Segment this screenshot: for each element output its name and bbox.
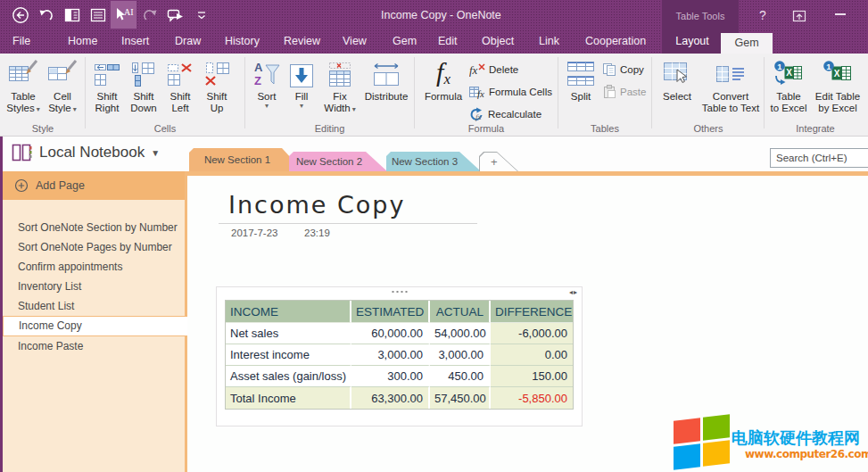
shift-right-button[interactable]: Shift Right	[89, 55, 125, 114]
cell-value[interactable]: 3,000.00	[351, 344, 430, 366]
cell-value[interactable]: 300.00	[351, 366, 430, 387]
recalculate-button[interactable]: fx Recalculate	[469, 105, 541, 123]
copy-button[interactable]: Copy	[602, 61, 644, 79]
tab-edit[interactable]: Edit	[438, 29, 458, 54]
ribbon-display-options-button[interactable]	[792, 10, 806, 22]
cell-value[interactable]: 450.00	[430, 366, 491, 387]
page-time: 23:19	[304, 228, 330, 238]
formula-button[interactable]: fx Formula	[421, 55, 466, 103]
cell-value[interactable]: 60,000.00	[351, 323, 430, 344]
cell-value[interactable]: -6,000.00	[491, 323, 573, 344]
table-row: Interest income 3,000.00 3,000.00 0.00	[226, 344, 573, 366]
shift-up-button[interactable]: Shift Up	[199, 55, 235, 114]
cell-value-negative[interactable]: -5,850.00	[491, 387, 573, 409]
table-hscroll-icon[interactable]: ◂▸	[569, 288, 578, 296]
tab-insert[interactable]: Insert	[121, 29, 149, 54]
add-section-tab[interactable]: +	[479, 152, 518, 171]
convert-table-to-text-icon	[699, 55, 762, 91]
cell-label[interactable]: Total Income	[226, 387, 351, 409]
tab-draw[interactable]: Draw	[175, 29, 201, 54]
cell-value[interactable]: 57,450.00	[430, 387, 491, 409]
cell-value[interactable]: 150.00	[491, 366, 573, 387]
select-button[interactable]: Select	[657, 55, 698, 103]
shift-down-button[interactable]: Shift Down	[126, 55, 161, 114]
sort-button[interactable]: AZ Sort ▾	[250, 55, 284, 110]
svg-text:fx: fx	[475, 112, 482, 121]
cell-value[interactable]: 54,000.00	[430, 323, 491, 344]
add-page-button[interactable]: Add Page	[3, 171, 185, 200]
convert-table-to-text-button[interactable]: Convert Table to Text	[699, 55, 762, 114]
ribbon-group-tables: Split Copy Paste Tables	[559, 54, 650, 136]
tab-review[interactable]: Review	[284, 29, 320, 54]
header-estimated[interactable]: ESTIMATED	[351, 301, 430, 323]
split-button[interactable]: Split	[563, 55, 599, 103]
header-actual[interactable]: ACTUAL	[430, 301, 491, 323]
ribbon-group-cells: Shift Right Shift Down Shift Left Shift …	[87, 54, 244, 136]
page-list: Sort OneNote Section by Number Sort OneN…	[3, 218, 185, 356]
fix-width-button[interactable]: Fix Width	[319, 55, 360, 115]
minimize-button[interactable]	[835, 13, 846, 15]
tab-gem-active[interactable]: Gem	[721, 33, 773, 54]
page-item[interactable]: Income Paste	[3, 336, 185, 356]
edit-table-by-excel-button[interactable]: X1 Edit Table by Excel	[812, 55, 864, 114]
cell-label[interactable]: Net sales	[226, 323, 351, 344]
formula-cells-button[interactable]: fx Formula Cells	[469, 83, 552, 101]
page-date: 2017-7-23	[231, 228, 277, 238]
customize-qat-button[interactable]	[188, 1, 214, 29]
table-move-handle[interactable]	[392, 291, 407, 293]
page-item[interactable]: Sort OneNote Pages by Number	[3, 237, 185, 257]
page-item-selected[interactable]: Income Copy	[3, 316, 187, 336]
table-to-excel-button[interactable]: X1 Table to Excel	[765, 55, 812, 114]
fill-button[interactable]: Fill ▾	[285, 55, 318, 110]
redo-button[interactable]	[136, 1, 162, 29]
tab-layout[interactable]: Layout	[664, 29, 721, 54]
add-section-label: +	[480, 153, 517, 171]
section-tab-1[interactable]: New Section 1	[189, 148, 303, 171]
dock-to-desktop-button[interactable]	[59, 1, 85, 29]
quick-access-toolbar: AI	[7, 1, 214, 29]
paste-button[interactable]: Paste	[602, 83, 646, 101]
page-item[interactable]: Sort OneNote Section by Number	[3, 218, 185, 237]
cell-value[interactable]: 3,000.00	[430, 344, 491, 366]
tab-file[interactable]: File	[12, 29, 30, 54]
page-item[interactable]: Confirm appointments	[3, 257, 185, 277]
delete-formula-button[interactable]: fx Delete	[469, 61, 518, 79]
page-item[interactable]: Student List	[3, 296, 185, 316]
help-button[interactable]: ?	[755, 8, 771, 22]
shift-left-button[interactable]: Shift Left	[162, 55, 198, 114]
notebook-selector[interactable]: Local Notebook ▼	[11, 143, 160, 162]
tab-view[interactable]: View	[343, 29, 367, 54]
tab-home[interactable]: Home	[68, 29, 97, 54]
header-difference[interactable]: DIFFERENCE	[491, 301, 573, 323]
section-tab-3[interactable]: New Section 3	[386, 152, 481, 171]
section-tab-2[interactable]: New Section 2	[289, 152, 387, 171]
page-item[interactable]: Inventory List	[3, 277, 185, 296]
shift-right-icon	[89, 55, 125, 91]
cell-label[interactable]: Interest income	[226, 344, 351, 366]
undo-button[interactable]	[33, 1, 59, 29]
shape-comment-button[interactable]	[162, 1, 188, 29]
cursor-ai-button[interactable]: AI	[111, 1, 136, 29]
notebook-name: Local Notebook	[39, 144, 145, 161]
tab-gem[interactable]: Gem	[393, 29, 417, 54]
back-button[interactable]	[7, 1, 33, 29]
tab-history[interactable]: History	[225, 29, 260, 54]
distribute-button[interactable]: Distribute	[360, 55, 412, 103]
cell-value[interactable]: 63,300.00	[351, 387, 430, 409]
svg-text:X: X	[834, 69, 840, 79]
header-income[interactable]: INCOME	[226, 301, 351, 323]
cell-value[interactable]: 0.00	[491, 344, 573, 366]
table-styles-icon	[4, 55, 43, 91]
tab-object[interactable]: Object	[482, 29, 514, 54]
view-list-button[interactable]	[85, 1, 111, 29]
search-input[interactable]	[770, 148, 868, 168]
cell-style-button[interactable]: Cell Style	[43, 55, 82, 115]
ribbon-group-style: Table Styles Cell Style Style	[2, 54, 84, 136]
tab-link[interactable]: Link	[539, 29, 559, 54]
page-sidebar: Add Page Sort OneNote Section by Number …	[3, 171, 187, 472]
group-label-cells: Cells	[87, 123, 244, 134]
cell-label[interactable]: Asset sales (gain/loss)	[226, 366, 351, 387]
table-styles-button[interactable]: Table Styles	[4, 55, 43, 115]
page-title[interactable]: Income Copy	[228, 191, 405, 219]
tab-cooperation[interactable]: Cooperation	[585, 29, 646, 54]
